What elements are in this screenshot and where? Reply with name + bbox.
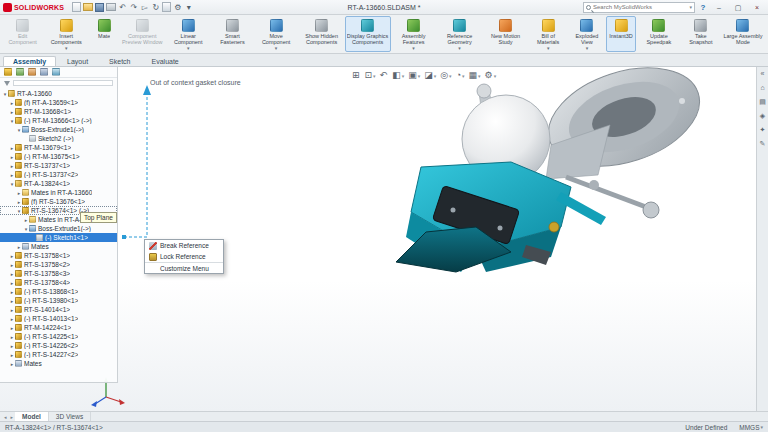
rebuild-icon[interactable]: ↻ [151,2,160,13]
ribbon-button[interactable]: Bill of Materials ▾ [529,16,568,52]
tree-item[interactable]: ▸ RT-S-13758<1> [0,251,117,260]
document-tab[interactable]: Model [15,412,49,421]
search-dropdown-icon[interactable]: ▾ [689,4,692,10]
view-tool[interactable]: ⊞ [352,70,361,80]
search-box[interactable]: ▾ [583,2,695,13]
view-tool[interactable]: ◎ ▾ [440,70,451,80]
tree-item[interactable]: ▾ RT-A-13660 [0,89,117,98]
collapse-taskpane-icon[interactable]: « [761,70,765,78]
custom-properties-icon[interactable]: ✎ [760,140,766,148]
tree-item[interactable]: ▸ RT-S-14014<1> [0,305,117,314]
file-explorer-icon[interactable]: ◈ [760,112,765,120]
tree-item[interactable]: ▸ Mates [0,359,117,368]
tree-item[interactable]: ▸ (f) RT-S-13676<1> [0,197,117,206]
view-tool[interactable]: ↶ [380,70,389,80]
tree-item[interactable]: ▸ RT-M-13679<1> [0,143,117,152]
propertymanager-tab-icon[interactable] [16,68,24,76]
document-tab[interactable]: 3D Views [49,412,91,421]
ribbon-button[interactable]: Mate [89,16,119,52]
maximize-button[interactable]: ▢ [730,1,746,14]
ribbon-button[interactable]: Update Speedpak [636,16,682,52]
break-reference-menuitem[interactable]: Break Reference [145,240,223,251]
open-file-icon[interactable] [83,3,93,11]
minimize-button[interactable]: – [711,1,727,14]
view-tool[interactable]: ◔ ▾ [456,70,465,80]
featuremanager-tab-icon[interactable] [4,68,12,76]
view-tool[interactable]: ▣ ▾ [408,70,420,80]
search-input[interactable] [593,4,687,10]
tree-filter-input[interactable] [13,80,113,86]
select-icon[interactable]: ▻ [140,2,149,13]
new-file-icon[interactable] [72,2,81,12]
tree-item[interactable]: ▸ RT-S-13758<3> [0,269,117,278]
undo-icon[interactable]: ↶ [118,2,127,13]
view-orientation-icon: ▣ [408,70,417,80]
tree-item[interactable]: ▾ (-) RT-M-13666<1> (->) [0,116,117,125]
ribbon-button[interactable]: Take Snapshot [682,16,720,52]
tree-item[interactable]: ▸ Mates in RT-A-13660 [0,188,117,197]
tree-item[interactable]: ▸ RT-M-14224<1> [0,323,117,332]
close-button[interactable]: × [749,1,765,14]
ribbon-button[interactable]: Component Preview Window [119,16,165,52]
ribbon-button[interactable]: Edit Component [2,16,43,52]
save-icon[interactable] [95,3,104,12]
help-icon[interactable]: ? [698,3,708,12]
command-tab[interactable]: Sketch [99,56,140,66]
customize-menu-menuitem[interactable]: Customize Menu [145,262,223,273]
view-tool[interactable]: ◧ ▾ [392,70,404,80]
tree-item[interactable]: ▾ RT-A-13824<1> [0,179,117,188]
view-tool[interactable]: ⚙ ▾ [485,70,497,80]
displaymanager-tab-icon[interactable] [52,68,60,76]
view-tool[interactable]: ▦ ▾ [469,70,481,80]
tree-item[interactable]: ▸ (-) RT-S-13737<2> [0,170,117,179]
tree-item[interactable]: ▸ RT-S-13737<1> [0,161,117,170]
tree-item[interactable]: (-) Sketch1<1> [0,233,117,242]
ribbon-button[interactable]: Instant3D [606,16,636,52]
tree-item[interactable]: ▾ Boss-Extrude1(->) [0,125,117,134]
ribbon-button[interactable]: Large Assembly Mode [720,16,766,52]
ribbon-button[interactable]: New Motion Study [483,16,529,52]
toolbar-dropdown-icon[interactable]: ▾ [184,2,193,13]
ribbon-button[interactable]: Insert Components ▾ [43,16,89,52]
command-tab[interactable]: Layout [57,56,98,66]
tree-item[interactable]: ▸ (-) RT-S-14226<2> [0,341,117,350]
print-icon[interactable] [106,3,116,11]
ribbon-button[interactable]: Assembly Features ▾ [391,16,437,52]
tree-item[interactable]: ▸ RT-S-13758<2> [0,260,117,269]
ribbon-button[interactable]: Move Component ▾ [254,16,299,52]
design-library-icon[interactable]: ▤ [759,98,766,106]
configurationmanager-tab-icon[interactable] [28,68,36,76]
tree-item[interactable]: ▾ Boss-Extrude1(->) [0,224,117,233]
command-tab[interactable]: Evaluate [142,56,189,66]
solidworks-resources-icon[interactable]: ⌂ [760,84,764,92]
tree-item[interactable]: Sketch2 (->) [0,134,117,143]
ribbon-button[interactable]: Exploded View ▾ [568,16,606,52]
tree-item[interactable]: ▸ RT-S-13758<4> [0,278,117,287]
tree-item[interactable]: ▸ (-) RT-S-13868<1> [0,287,117,296]
ribbon-button[interactable]: Linear Component Pattern ▾ [165,16,211,52]
3d-model[interactable] [396,67,712,272]
tree-item[interactable]: ▸ RT-M-13668<1> [0,107,117,116]
view-tool[interactable]: ◪ ▾ [424,70,436,80]
command-tab[interactable]: Assembly [3,56,56,66]
options-icon[interactable]: ⚙ [173,2,182,13]
ribbon-button[interactable]: Reference Geometry ▾ [437,16,483,52]
tree-item[interactable]: ▸ (f) RT-A-13659<1> [0,98,117,107]
lock-reference-menuitem[interactable]: Lock Reference [145,251,223,262]
appearances-icon[interactable]: ✦ [760,126,766,134]
filter-icon[interactable] [4,81,10,86]
ribbon-button[interactable]: Smart Fasteners [211,16,253,52]
redo-icon[interactable]: ↷ [129,2,138,13]
view-tool[interactable]: ⊡ ▾ [365,70,376,80]
units-selector[interactable]: MMGS ▾ [739,424,763,431]
tree-item[interactable]: ▸ (-) RT-S-13980<1> [0,296,117,305]
tree-item[interactable]: ▸ (-) RT-S-14013<1> [0,314,117,323]
tree-item[interactable]: ▸ (-) RT-S-14227<2> [0,350,117,359]
tree-item[interactable]: ▸ (-) RT-M-13675<1> [0,152,117,161]
dimxpert-tab-icon[interactable] [40,68,48,76]
ribbon-button[interactable]: Display Graphics Components [345,16,391,52]
tree-item[interactable]: ▸ Mates [0,242,117,251]
file-properties-icon[interactable] [162,2,171,12]
tree-item[interactable]: ▸ (-) RT-S-14225<1> [0,332,117,341]
ribbon-button[interactable]: Show Hidden Components [299,16,345,52]
